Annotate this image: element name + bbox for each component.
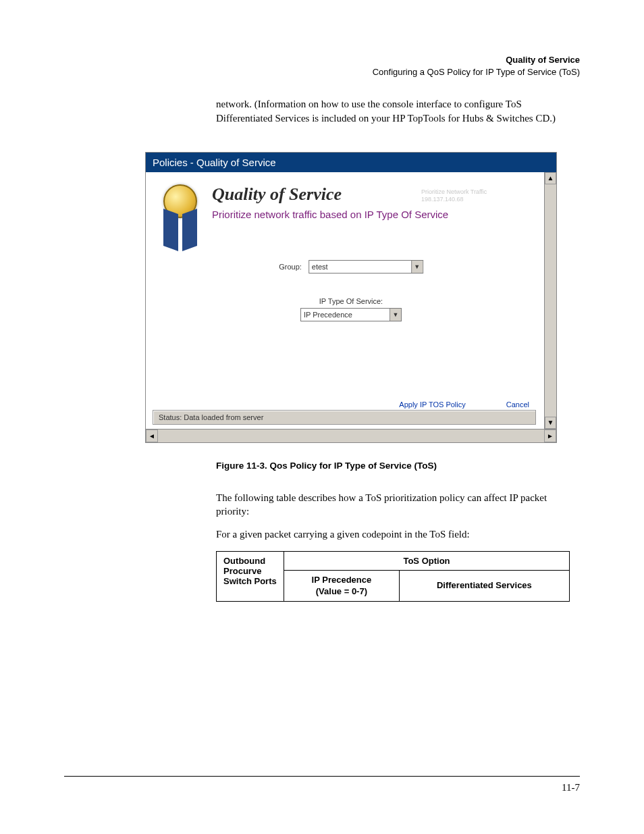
chevron-down-icon: ▼ xyxy=(411,261,423,273)
qos-banner: Quality of Service Prioritize Network Tr… xyxy=(159,184,536,252)
scroll-left-icon[interactable]: ◄ xyxy=(146,429,158,442)
tos-dropdown[interactable]: IP Precedence ▼ xyxy=(300,308,402,321)
tos-row: IP Type Of Service: IP Precedence ▼ xyxy=(300,297,402,321)
status-bar: Status: Data loaded from server xyxy=(153,410,536,425)
page-number: 11-7 xyxy=(562,782,580,793)
table-sub1: IP Precedence(Value = 0-7) xyxy=(284,570,400,602)
figure-caption: Figure 11-3. Qos Policy for IP Type of S… xyxy=(216,461,580,471)
qos-header-text: Quality of Service Prioritize Network Tr… xyxy=(212,184,536,220)
ribbon-icon xyxy=(159,184,201,252)
chevron-down-icon: ▼ xyxy=(390,309,401,321)
scroll-right-icon[interactable]: ► xyxy=(544,429,556,442)
horizontal-scrollbar[interactable]: ◄ ► xyxy=(146,429,556,442)
header-title: Quality of Service xyxy=(64,54,580,66)
table-sub2: Differentiated Services xyxy=(399,570,569,602)
tos-value: IP Precedence xyxy=(304,311,352,319)
header-subtitle: Configuring a QoS Policy for IP Type of … xyxy=(64,66,580,78)
page-footer: 11-7 xyxy=(64,776,580,793)
group-row: Group: etest ▼ xyxy=(279,260,423,273)
button-row: Apply IP TOS Policy Cancel xyxy=(399,400,529,409)
group-dropdown[interactable]: etest ▼ xyxy=(308,260,423,273)
intro-paragraph: network. (Information on how to use the … xyxy=(216,97,580,125)
tos-label: IP Type Of Service: xyxy=(319,297,383,305)
qos-subtitle: Prioritize network traffic based on IP T… xyxy=(212,209,536,220)
figure-window: Policies - Quality of Service Quality of… xyxy=(145,152,557,443)
apply-button[interactable]: Apply IP TOS Policy xyxy=(399,400,465,409)
tos-table: Outbound Procurve Switch Ports ToS Optio… xyxy=(216,551,570,602)
vertical-scrollbar[interactable]: ▲ ▼ xyxy=(544,172,556,429)
after-text-2: For a given packet carrying a given code… xyxy=(216,527,580,541)
after-text-1: The following table describes how a ToS … xyxy=(216,491,580,519)
cancel-button[interactable]: Cancel xyxy=(506,400,529,409)
table-span-head: ToS Option xyxy=(284,551,570,570)
window-content: Quality of Service Prioritize Network Tr… xyxy=(146,172,556,442)
window-titlebar: Policies - Quality of Service xyxy=(146,153,556,172)
scroll-up-icon[interactable]: ▲ xyxy=(545,172,556,184)
table-left-head: Outbound Procurve Switch Ports xyxy=(217,551,284,602)
scroll-down-icon[interactable]: ▼ xyxy=(545,417,556,429)
qos-title: Quality of Service xyxy=(212,184,536,205)
page-header: Quality of Service Configuring a QoS Pol… xyxy=(64,54,580,78)
group-label: Group: xyxy=(279,263,302,271)
group-value: etest xyxy=(312,263,328,271)
ghost-text: Prioritize Network Traffic 198.137.140.6… xyxy=(421,188,487,203)
